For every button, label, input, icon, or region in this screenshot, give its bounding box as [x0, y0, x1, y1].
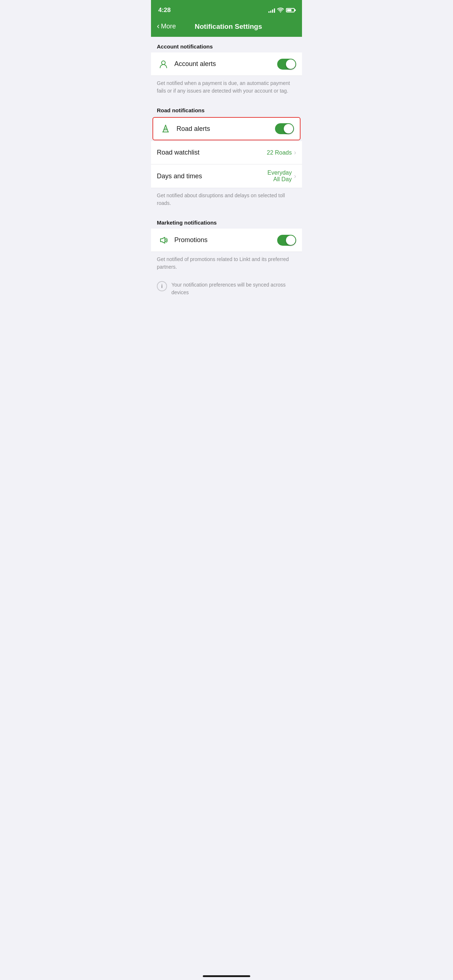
battery-icon: [286, 8, 295, 13]
account-alerts-icon: [157, 59, 170, 69]
status-bar: 4:28: [151, 0, 302, 18]
back-label: More: [161, 22, 176, 30]
account-alerts-label: Account alerts: [174, 60, 277, 68]
svg-point-0: [161, 61, 165, 65]
nav-bar: ‹ More Notification Settings: [151, 18, 302, 37]
road-alerts-toggle[interactable]: [275, 123, 294, 134]
info-text: Your notification preferences will be sy…: [171, 281, 296, 296]
info-row: i Your notification preferences will be …: [151, 277, 302, 301]
days-times-value: Everyday All Day: [267, 170, 292, 183]
promotions-label: Promotions: [174, 236, 277, 244]
road-watchlist-chevron-icon: ›: [294, 149, 296, 156]
days-times-item[interactable]: Days and times Everyday All Day ›: [151, 164, 302, 188]
road-watchlist-value: 22 Roads: [267, 150, 292, 156]
road-watchlist-label: Road watchlist: [157, 149, 267, 156]
days-times-right: Everyday All Day ›: [267, 170, 296, 183]
promotions-description: Get notified of promotions related to Li…: [151, 252, 302, 277]
wifi-icon: [277, 7, 284, 13]
promotions-icon: [157, 235, 170, 245]
promotions-toggle[interactable]: [277, 235, 296, 246]
account-alerts-description: Get notified when a payment is due, an a…: [151, 76, 302, 100]
promotions-item: Promotions: [151, 229, 302, 252]
road-alerts-icon: [159, 124, 172, 134]
road-alerts-item: Road alerts: [152, 117, 301, 140]
road-watchlist-item[interactable]: Road watchlist 22 Roads ›: [151, 141, 302, 164]
page-title: Notification Settings: [179, 22, 278, 30]
marketing-notifications-header: Marketing notifications: [151, 213, 302, 229]
account-alerts-item: Account alerts: [151, 52, 302, 76]
road-alerts-description: Get notified about disruptions and delay…: [151, 188, 302, 213]
days-times-label: Days and times: [157, 172, 267, 180]
road-alerts-label: Road alerts: [177, 125, 275, 133]
back-chevron-icon: ‹: [157, 22, 160, 31]
back-button[interactable]: ‹ More: [157, 22, 176, 31]
status-time: 4:28: [158, 6, 171, 14]
road-watchlist-right: 22 Roads ›: [267, 149, 297, 156]
days-times-chevron-icon: ›: [294, 172, 296, 180]
info-icon: i: [157, 281, 167, 291]
signal-icon: [268, 8, 275, 13]
account-alerts-toggle[interactable]: [277, 59, 296, 70]
road-notifications-header: Road notifications: [151, 100, 302, 116]
account-notifications-header: Account notifications: [151, 37, 302, 52]
status-icons: [268, 7, 295, 13]
